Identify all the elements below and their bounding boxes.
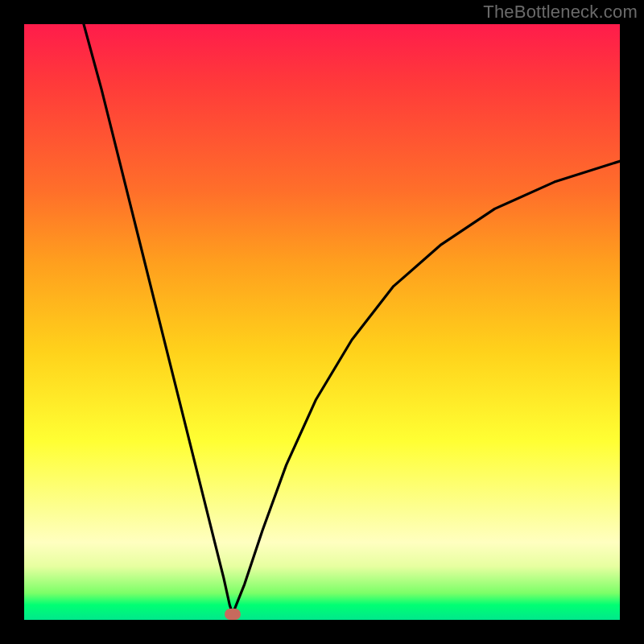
bottleneck-curve bbox=[84, 24, 620, 614]
watermark-label: TheBottleneck.com bbox=[483, 2, 638, 23]
curve-layer bbox=[24, 24, 620, 620]
minimum-marker bbox=[225, 609, 241, 620]
plot-area bbox=[24, 24, 620, 620]
chart-frame: TheBottleneck.com bbox=[0, 0, 644, 644]
